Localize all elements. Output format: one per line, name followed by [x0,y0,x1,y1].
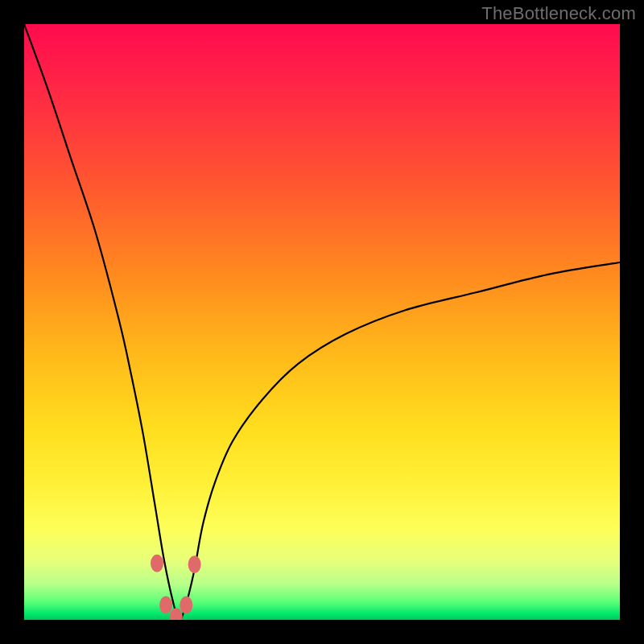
min-point [151,555,163,572]
min-point [159,597,172,614]
bottleneck-curve [24,24,620,620]
min-point [170,608,183,620]
chart-svg [24,24,620,620]
min-point [188,555,201,573]
min-point [180,597,192,614]
watermark-text: TheBottleneck.com [481,3,636,24]
outer-frame: TheBottleneck.com [0,0,644,644]
min-points-cluster [151,555,201,620]
plot-area [24,24,620,620]
